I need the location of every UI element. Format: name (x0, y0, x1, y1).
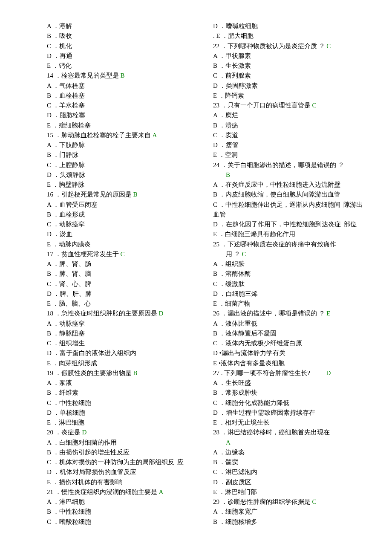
option: D ．单核细胞 (47, 408, 200, 418)
question-26: 26 ．漏出液的描述中，哪项是错误的 ？ E (213, 309, 366, 318)
q-text: 19 ．假膜性炎的主要渗出物是 (47, 370, 133, 376)
option: E ．动脉内膜炎 (47, 240, 200, 249)
answer: A (213, 438, 366, 448)
option: D ．头颈静脉 (47, 170, 200, 180)
option: B ．吸收 (47, 31, 200, 41)
q-text: 用 ？ (226, 251, 242, 257)
option: A ．在炎症反应中，中性粒细胞进入边流附壁 (213, 180, 366, 190)
question-25-cont: 用 ？ C (213, 249, 366, 259)
q-text: 14 ．栓塞最常见的类型是 (47, 72, 121, 79)
option: B ．髓窦 (213, 457, 366, 467)
option: E •液体内含有多量炎细胞 (213, 358, 366, 368)
q-text: 21 ．慢性炎症组织内浸润的细胞主要是 (47, 489, 159, 495)
option: A ．细胞浆宽广 (213, 507, 366, 517)
q-text: 15 ．肺动脉血栓栓塞的栓子主要来自 (47, 132, 153, 139)
option: E ．空洞 (213, 150, 366, 160)
answer: D (326, 370, 331, 376)
option: B ．内皮细胞收缩，使白细胞从间隙游出血管 (213, 190, 366, 199)
option: A ．脾、肾、肠 (47, 259, 200, 269)
option: A ．溶解 (47, 21, 200, 31)
q-text: 28 ．淋巴结癌转移时，癌细胞首先出现在 (213, 429, 330, 436)
option: D ．瘘管 (213, 140, 366, 150)
option: C ．肾、心、脾 (47, 279, 200, 289)
question-25: 25 ．下述哪种物质在炎症的疼痛中有致痛作 (213, 240, 366, 249)
q-text: 29 ．诊断恶性肿瘤的组织学依据是 (213, 498, 312, 505)
question-14: 14 ．栓塞最常见的类型是 B (47, 71, 200, 81)
question-19: 19 ．假膜性炎的主要渗出物是 B (47, 368, 200, 378)
question-18: 18 ．急性炎症时组织肿胀的主要原因是 D (47, 309, 200, 318)
q-text: 18 ．急性炎症时组织肿胀的主要原因是 (47, 310, 159, 317)
q-text: 17 ．贫血性梗死常发生于 (47, 251, 121, 257)
answer: E (326, 310, 330, 317)
option: B ．液体静置后不凝固 (213, 329, 366, 338)
option: D ．脂肪栓塞 (47, 110, 200, 120)
option: B ．溃疡 (213, 121, 366, 130)
option: D ．机体对局部损伤的血管反应 (47, 467, 200, 477)
question-17: 17 ．贫血性梗死常发生于 C (47, 249, 200, 259)
option: E ．钙化 (47, 61, 200, 71)
option: D ．副皮质区 (213, 477, 366, 487)
option: D ．富于蛋白的液体进入组织内 (47, 348, 200, 358)
option: C ．组织增生 (47, 338, 200, 348)
question-16: 16 ．引起梗死最常见的原因是 B (47, 190, 200, 199)
q-text: 16 ．引起梗死最常见的原因是 (47, 191, 133, 198)
option: C ．中性粒细胞伸出伪足，逐渐从内皮细胞间 隙游出血管 (213, 200, 366, 220)
option: D ．在趋化因子作用下，中性粒细胞到达炎症 部位 (213, 220, 366, 229)
question-24: 24 ．关于白细胞渗出的描述，哪项是错误的 ？ (213, 160, 366, 170)
answer: B (133, 191, 138, 198)
question-23: 23 ．只有一个开口的病理性盲管是 C (213, 101, 366, 110)
option: E ．淋巴细胞 (47, 418, 200, 428)
option: C ．机化 (47, 41, 200, 51)
option: . E ．肥大细胞 (213, 31, 366, 41)
answer: B (133, 370, 138, 376)
option: A ．边缘窦 (213, 448, 366, 457)
option: C ．细胞分化成熟能力降低 (213, 398, 366, 408)
option: B ．溶酶体酶 (213, 269, 366, 279)
option: C ．淋巴滤泡内 (213, 467, 366, 477)
question-20: 20 ．炎症是 D (47, 428, 200, 437)
q-text: 23 ．只有一个开口的病理性盲管是 (213, 102, 312, 109)
option: E ．瘤细胞栓塞 (47, 121, 200, 130)
option: A ．血管受压闭塞 (47, 200, 200, 210)
answer: C (312, 102, 317, 109)
question-27: 27 . 下列哪一项不符合肿瘤性生长? D (213, 368, 366, 378)
question-28: 28 ．淋巴结癌转移时，癌细胞首先出现在 (213, 428, 366, 437)
answer: B (213, 170, 366, 180)
option: E ．相对无止境生长 (213, 418, 366, 428)
option: B ．常形成肿块 (213, 388, 366, 398)
option: B ．由损伤引起的增生性反应 (47, 448, 200, 457)
option: C ．前列腺素 (213, 71, 366, 81)
option: A ．液体比重低 (213, 319, 366, 329)
question-29: 29 ．诊断恶性肿瘤的组织学依据是 C (213, 497, 366, 507)
option: A ．生长旺盛 (213, 378, 366, 388)
option: D ．嗜碱粒细胞 (213, 21, 366, 31)
q-text: 22 ．下列哪种物质被认为是炎症介质 ？ (213, 43, 326, 49)
option: D ．再通 (47, 51, 200, 61)
option: D ．增生过程中需致癌因素持续存在 (213, 408, 366, 418)
option: D ．淤血 (47, 229, 200, 239)
option: B ．血栓形成 (47, 210, 200, 220)
answer: A (159, 489, 164, 495)
option: A ．动脉痉挛 (47, 319, 200, 329)
option: A ．下肢静脉 (47, 140, 200, 150)
answer: C (312, 498, 317, 505)
option: B ．门静脉 (47, 150, 200, 160)
option: B ．静脉阻塞 (47, 329, 200, 338)
option: E ．肉芽组织形成 (47, 358, 200, 368)
option: A ．组织胺 (213, 259, 366, 269)
option: B ．血栓栓塞 (47, 91, 200, 101)
option: A ．浆液 (47, 378, 200, 388)
q-text: 24 ．关于白细胞渗出的描述，哪项是错误的 ？ (213, 162, 344, 168)
answer: D (159, 310, 164, 317)
option: D ．类固醇激素 (213, 81, 366, 91)
option: D ．白细胞三烯 (213, 289, 366, 299)
option: A ．气体栓塞 (47, 81, 200, 91)
option: C ．机体对损伤的一种防御为主的局部组织反 应 (47, 457, 200, 467)
option: A ．糜烂 (213, 110, 366, 120)
option: C ．嗜酸粒细胞 (47, 517, 200, 527)
q-text: 25 ．下述哪种物质在炎症的疼痛中有致痛作 (213, 241, 336, 248)
option: C ．液体内无或极少纤维蛋白原 (213, 338, 366, 348)
option: C ．上腔静脉 (47, 160, 200, 170)
option: E ．降钙素 (213, 91, 366, 101)
option: E ．肠、脑、心 (47, 299, 200, 309)
